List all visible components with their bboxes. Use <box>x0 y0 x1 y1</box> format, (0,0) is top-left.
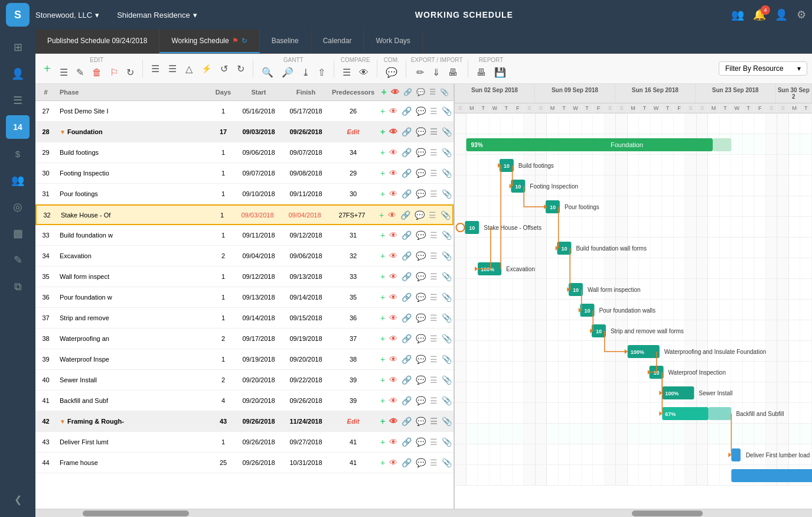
eye-col-icon[interactable]: 👁 <box>391 87 399 97</box>
export-edit-button[interactable]: ✏ <box>413 64 428 80</box>
row-27-chat-btn[interactable]: 💬 <box>415 106 427 116</box>
sidebar-item-pen[interactable]: ✎ <box>6 248 30 272</box>
gantt-day: T <box>501 103 513 113</box>
link-button[interactable]: ⚡ <box>198 61 215 76</box>
user-nav-icon[interactable]: 👤 <box>775 8 788 21</box>
zoom-out-button[interactable]: 🔎 <box>278 64 297 80</box>
row-28-add-btn[interactable]: + <box>379 126 386 137</box>
up-button[interactable]: △ <box>182 61 196 77</box>
gantt-week-3: Sun 16 Sep 2018 <box>615 84 696 103</box>
list-col-icon[interactable]: ☰ <box>429 88 436 96</box>
row-27-link-btn[interactable]: 🔗 <box>400 106 413 116</box>
col-header-actions: + 👁 🔗 💬 ☰ 📎 <box>377 84 454 100</box>
top-nav: S Stonewood, LLC ▾ Shideman Residence ▾ … <box>0 0 812 30</box>
table-row: 39 Waterproof Inspe 1 09/19/2018 09/20/2… <box>35 349 454 370</box>
chat-col-icon[interactable]: 💬 <box>416 88 425 96</box>
tab-work-days[interactable]: Work Days <box>364 30 422 53</box>
team-nav-icon[interactable]: 👥 <box>731 8 744 21</box>
compare-toolbar-group: COMPARE ☰ 👁 <box>339 57 372 80</box>
expand-button[interactable]: ⇧ <box>314 64 329 80</box>
table-row: 35 Wall form inspect 1 09/12/2018 09/13/… <box>35 266 454 287</box>
gantt-day: S <box>455 103 467 113</box>
gantt-day: T <box>582 103 593 113</box>
gantt-day: W <box>490 103 501 113</box>
sidebar-item-chart[interactable]: ▩ <box>6 222 30 245</box>
sidebar-expand-btn[interactable]: ❮ <box>0 494 35 505</box>
collapse-button[interactable]: ⤓ <box>298 64 313 80</box>
sidebar-item-team[interactable]: 👥 <box>6 168 30 192</box>
gantt-scrollbar[interactable] <box>455 509 812 517</box>
col-header-phase: Phase <box>56 84 211 100</box>
row-27-clip-btn[interactable]: 📎 <box>441 106 453 116</box>
row-27-add-btn[interactable]: + <box>379 106 386 116</box>
tab-baseline[interactable]: Baseline <box>260 30 311 53</box>
compare-eye-button[interactable]: 👁 <box>356 64 372 80</box>
col-header-finish: Finish <box>282 84 330 100</box>
gantt-day: W <box>570 103 582 113</box>
list-style-button[interactable]: ☰ <box>56 64 71 80</box>
gantt-day: S <box>616 103 628 113</box>
row-28-clip-btn[interactable]: 📎 <box>441 126 453 137</box>
project-selector[interactable]: Shideman Residence ▾ <box>117 11 197 19</box>
flag-button[interactable]: ⚐ <box>106 64 122 80</box>
row-27-eye-btn[interactable]: 👁 <box>388 106 399 116</box>
outdent-button[interactable]: ☰ <box>165 61 180 77</box>
content-area: # Phase Days Start Finish Predecessors +… <box>35 84 812 509</box>
refresh-icon: ↻ <box>242 37 247 45</box>
clip-col-icon[interactable]: 📎 <box>440 88 449 96</box>
row-28-link-btn[interactable]: 🔗 <box>400 126 413 137</box>
table-body: 27 Post Demo Site I 1 05/16/2018 05/17/2… <box>35 101 454 509</box>
sidebar-item-tasks[interactable]: ☰ <box>6 89 30 112</box>
gantt-day: M <box>628 103 640 113</box>
tab-published-schedule[interactable]: Published Schedule 09/24/2018 <box>35 30 159 53</box>
gantt-day: W <box>731 103 743 113</box>
add-col-icon[interactable]: + <box>381 87 387 97</box>
row-27-phase: Post Demo Site I <box>56 103 211 119</box>
sidebar-item-contacts[interactable]: 👤 <box>6 62 30 86</box>
settings-nav-icon[interactable]: ⚙ <box>797 8 806 21</box>
report-print-button[interactable]: 🖶 <box>473 64 490 80</box>
sidebar-item-dashboard[interactable]: ⊞ <box>6 35 30 59</box>
indent-button[interactable]: ☰ <box>148 61 163 77</box>
sidebar-item-circle[interactable]: ◎ <box>6 195 30 219</box>
row-28-list-btn[interactable]: ☰ <box>429 126 439 137</box>
row-27-list-btn[interactable]: ☰ <box>429 106 439 116</box>
col-header-pred: Predecessors <box>330 84 377 100</box>
com-msg-button[interactable]: 💬 <box>382 64 401 80</box>
row-27-pred: 26 <box>330 103 377 119</box>
add-task-button[interactable]: + <box>40 60 54 78</box>
filter-resource-dropdown[interactable]: Filter By Resource ▾ <box>719 61 807 76</box>
row-28-eye-btn[interactable]: 👁 <box>388 126 399 137</box>
col-header-days: Days <box>211 84 235 100</box>
export-dl-button[interactable]: ⇓ <box>429 64 443 80</box>
gantt-day: S <box>685 103 697 113</box>
sidebar-item-calendar[interactable]: 14 <box>6 115 30 139</box>
edit-pencil-button[interactable]: ✎ <box>73 64 87 80</box>
table-row: 29 Build footings 1 09/06/2018 09/07/201… <box>35 142 454 163</box>
gantt-day: T <box>800 103 812 113</box>
undo-button[interactable]: ↻ <box>123 64 138 80</box>
tab-calendar[interactable]: Calendar <box>311 30 364 53</box>
tab-working-schedule[interactable]: Working Schedule ⚑ ↻ <box>159 30 259 53</box>
gantt-header: Sun 02 Sep 2018 Sun 09 Sep 2018 Sun 16 S… <box>455 84 812 113</box>
report-dl-button[interactable]: 💾 <box>491 64 510 80</box>
sidebar-item-money[interactable]: $ <box>6 142 30 165</box>
sidebar-item-layers[interactable]: ⧉ <box>6 275 30 298</box>
row-28-chat-btn[interactable]: 💬 <box>415 126 427 137</box>
delete-button[interactable]: 🗑 <box>89 64 105 80</box>
app-logo: S <box>6 3 30 27</box>
compare-list-button[interactable]: ☰ <box>339 64 354 80</box>
bell-icon[interactable]: 🔔 4 <box>753 8 766 21</box>
table-row: 37 Strip and remove 1 09/14/2018 09/15/2… <box>35 308 454 329</box>
company-selector[interactable]: Stonewood, LLC ▾ <box>35 11 99 19</box>
export-print-button[interactable]: 🖶 <box>445 64 461 80</box>
bottom-scrollbar[interactable] <box>35 509 812 517</box>
gantt-day: T <box>478 103 490 113</box>
table-scrollbar[interactable] <box>35 509 455 517</box>
link-col-icon[interactable]: 🔗 <box>403 88 412 96</box>
zoom-in-button[interactable]: 🔍 <box>258 64 277 80</box>
undo2-button[interactable]: ↻ <box>233 61 248 77</box>
gantt-day: T <box>662 103 674 113</box>
table-header: # Phase Days Start Finish Predecessors +… <box>35 84 454 101</box>
redo-button[interactable]: ↺ <box>217 61 231 77</box>
